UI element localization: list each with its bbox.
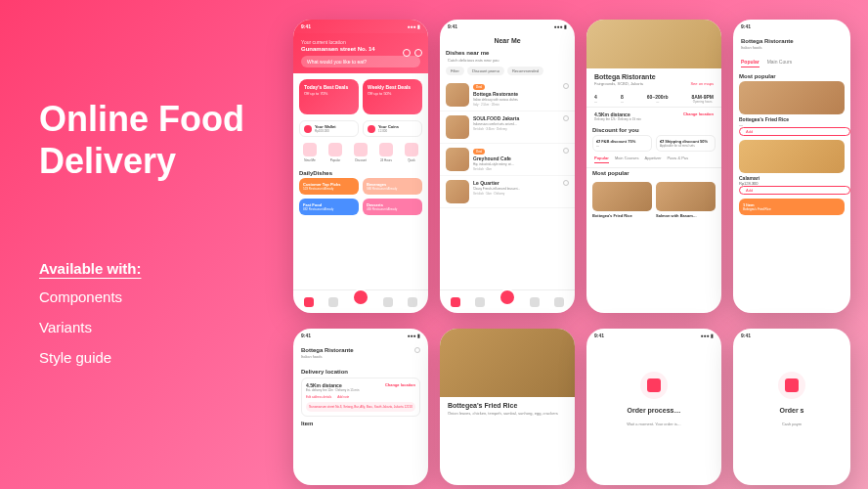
tab-main-courses[interactable]: Main Cours	[767, 59, 793, 67]
feature-item: Style guide	[39, 349, 244, 366]
daily-card[interactable]: Fast Food882 Restaurant Already	[299, 199, 359, 215]
daily-card[interactable]: Desserts469 Restaurant Already	[363, 199, 422, 215]
food-hero-image	[440, 329, 575, 397]
filter-chip[interactable]: Filter	[446, 67, 464, 75]
discount-card[interactable]: 🏷 Shipping discount 50%Applicable for al…	[656, 135, 716, 152]
nav-home-icon[interactable]	[304, 297, 314, 307]
heart-icon[interactable]	[563, 83, 569, 89]
change-location-link[interactable]: Change location	[683, 111, 714, 116]
discount-card[interactable]: 🏷 F&B discount 75%—	[592, 135, 652, 152]
cart-summary[interactable]: 1 Item Bottegea's Fried Rice	[739, 199, 845, 215]
order-processing-icon	[640, 372, 668, 399]
dish-image	[739, 140, 845, 173]
restaurant-image	[446, 115, 469, 139]
dishes-header: Dishes near me	[440, 48, 575, 58]
bell-icon[interactable]	[414, 49, 422, 57]
mock-nearme-screen: 9:41●●● ▮ Near Me Dishes near me Catch d…	[440, 20, 575, 313]
category-discount[interactable]: Discount	[354, 143, 368, 162]
restaurant-item[interactable]: Deal Bottega Restorante Italian delicacy…	[440, 79, 575, 111]
tab-popular[interactable]: Popular	[594, 156, 609, 163]
restaurant-name: Bottega Ristorante	[594, 73, 714, 80]
mock-menu-screen: 9:41 Bottega Ristorante Italian foods Po…	[733, 20, 850, 313]
nav-icon[interactable]	[408, 297, 417, 307]
deal-badge: Deal	[473, 149, 485, 155]
filter-chip[interactable]: Recommended	[507, 67, 543, 75]
add-note-link[interactable]: Add note	[337, 395, 349, 399]
food-title: Bottegea's Fried Rice	[440, 397, 575, 411]
status-bar: 9:41	[733, 20, 850, 33]
status-bar: 9:41	[733, 329, 850, 342]
status-bar: 9:41●●● ▮	[440, 20, 575, 33]
feature-list: Components Variants Style guide	[39, 289, 244, 366]
nav-icon[interactable]	[328, 297, 338, 307]
daily-card[interactable]: Beverages988 Restaurant Already	[363, 178, 422, 195]
tab-appetizer[interactable]: Appetizer	[645, 156, 662, 163]
mock-restaurant-screen: Bottega Ristorante Fairgrounds, SCBD, Ja…	[586, 20, 721, 313]
dailydishes-title: DailyDishes	[293, 168, 428, 178]
heart-icon[interactable]	[403, 49, 411, 57]
bottom-nav	[440, 289, 575, 313]
add-button[interactable]: Add	[739, 186, 850, 195]
dish-card[interactable]: Bottegea's Fried Rice	[592, 182, 652, 218]
tab-popular[interactable]: Popular	[741, 59, 760, 67]
nav-icon[interactable]	[475, 297, 485, 307]
dish-image	[739, 81, 845, 114]
page-title: Near Me	[440, 33, 575, 48]
filter-chip[interactable]: Discount promo	[467, 67, 504, 75]
edit-address-link[interactable]: Edit address details	[306, 395, 331, 399]
nav-cart-icon[interactable]	[499, 289, 516, 306]
food-description: Onion leaves, chicken, tempeh, sambal, s…	[440, 411, 575, 417]
mock-home-screen: 9:41●●● ▮ Your current location Gunamans…	[293, 20, 428, 313]
category-popular[interactable]: Popular	[328, 143, 342, 162]
hero-title: Online Food Delivery	[39, 98, 244, 182]
restaurant-image	[446, 148, 469, 171]
nav-icon[interactable]	[554, 297, 564, 307]
deal-card-today[interactable]: Today's Best Deals Off up to 70%	[299, 79, 359, 114]
change-location-link[interactable]: Change location	[385, 382, 415, 387]
tab-pizza[interactable]: Pizza & Pas	[667, 156, 688, 163]
home-header: Your current location Gunamansen street …	[293, 33, 428, 73]
dish-card[interactable]: Salmon with Basam…	[656, 182, 716, 218]
mock-delivery-screen: 9:41●●● ▮ Bottega Ristorante Italian foo…	[293, 329, 428, 485]
category-24hours[interactable]: 24 Hours	[379, 143, 393, 162]
mock-order-screen-partial: 9:41 Order s Cash paym	[733, 329, 850, 485]
mock-food-detail-screen: Bottegea's Fried Rice Onion leaves, chic…	[440, 329, 575, 485]
restaurant-image	[446, 180, 469, 203]
feature-item: Variants	[39, 319, 244, 335]
status-bar: 9:41●●● ▮	[293, 329, 428, 342]
status-bar: 9:41●●● ▮	[293, 20, 428, 33]
category-near-me[interactable]: Near Me	[303, 143, 317, 162]
restaurant-image	[446, 83, 469, 107]
restaurant-item[interactable]: Le Quartier Classy French-influenced bra…	[440, 176, 575, 208]
add-button[interactable]: Add	[739, 127, 850, 136]
restaurant-name: Bottega Ristorante	[741, 38, 843, 44]
nav-icon[interactable]	[530, 297, 540, 307]
nav-cart-icon[interactable]	[352, 289, 369, 306]
tab-main-courses[interactable]: Main Courses	[615, 156, 639, 163]
restaurant-item[interactable]: SOULFOOD Jakarta Indonesian comfort sets…	[440, 111, 575, 144]
feature-item: Components	[39, 289, 244, 305]
search-input[interactable]: What would you like to eat?	[301, 56, 420, 67]
wallet-card[interactable]: Your WalletRp100.000	[299, 120, 359, 137]
status-bar: 9:41●●● ▮	[586, 329, 721, 342]
nav-home-icon[interactable]	[451, 297, 460, 307]
wallet-icon	[304, 125, 312, 133]
category-quick[interactable]: Quick	[405, 143, 418, 162]
nav-icon[interactable]	[383, 297, 393, 307]
deal-badge: Deal	[473, 84, 485, 90]
available-label: Available with:	[39, 260, 244, 277]
heart-icon[interactable]	[563, 180, 569, 186]
see-maps-link[interactable]: See on maps	[690, 81, 714, 86]
mock-order-processing-screen: 9:41●●● ▮ Order process… Wait a moment. …	[586, 329, 721, 485]
deal-card-weekly[interactable]: Weekly Best Deals Off up to 50%	[363, 79, 422, 114]
bottom-nav	[293, 289, 428, 313]
coins-card[interactable]: Your Coins12.000	[363, 120, 422, 137]
address-box: Gunamansen street No.3, Setang, Bar, All…	[306, 402, 415, 412]
restaurant-item[interactable]: Deal Greyhound Cafe Hip, industrial-styl…	[440, 144, 575, 176]
restaurant-hero-image	[586, 20, 721, 68]
daily-card[interactable]: Customer Top Picks523 Restaurant Already	[299, 178, 359, 195]
heart-icon[interactable]	[414, 347, 420, 353]
coins-icon	[368, 125, 375, 133]
heart-icon[interactable]	[563, 148, 569, 154]
heart-icon[interactable]	[563, 115, 569, 121]
